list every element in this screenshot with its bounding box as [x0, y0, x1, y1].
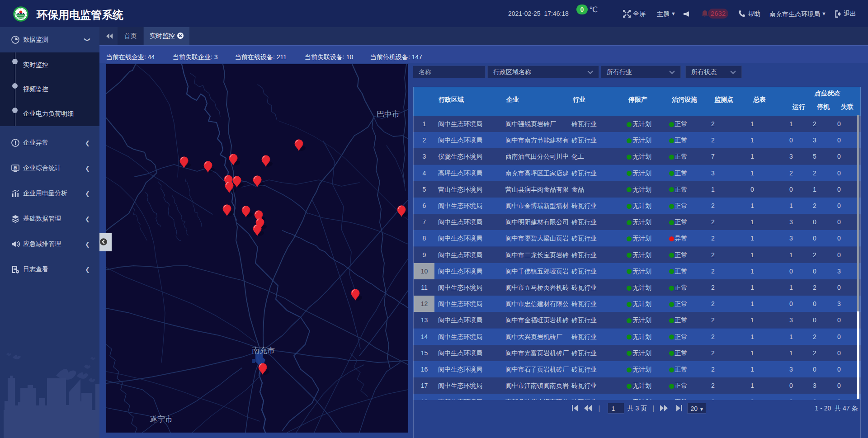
svg-text:南充市: 南充市	[252, 346, 275, 355]
svg-text:遂宁市: 遂宁市	[150, 415, 173, 424]
svg-text:巴中市: 巴中市	[377, 110, 400, 118]
svg-text:奥: 奥	[13, 166, 18, 170]
